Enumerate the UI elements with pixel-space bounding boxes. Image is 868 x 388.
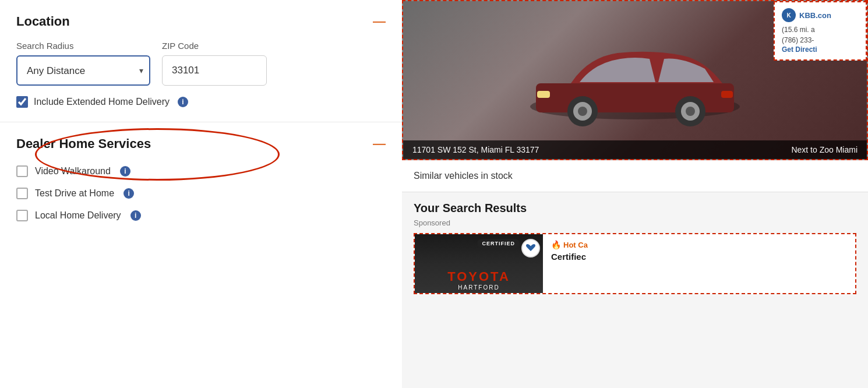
svg-point-4: [578, 107, 587, 116]
heart-badge: [521, 239, 540, 258]
similar-vehicles-bar: Similar vehicles in stock: [402, 160, 868, 192]
local-home-delivery-label: Local Home Delivery: [35, 210, 121, 221]
location-title: Location: [16, 14, 70, 29]
kbb-header: K KBB.con: [782, 8, 859, 22]
test-drive-label: Test Drive at Home: [35, 188, 114, 199]
dealer-section: Dealer Home Services — Video Walkaround …: [0, 122, 402, 246]
car-nearby: Next to Zoo Miami: [791, 145, 858, 154]
toyota-logo-text: TOYOTA: [447, 269, 510, 284]
kbb-panel: K KBB.con (15.6 mi. a (786) 233- Get Dir…: [774, 1, 867, 61]
local-home-delivery-info-icon[interactable]: i: [130, 210, 141, 221]
car-image-container: 11701 SW 152 St, Miami FL 33177 Next to …: [402, 0, 868, 160]
svg-rect-9: [721, 91, 733, 98]
test-drive-info-icon[interactable]: i: [124, 188, 134, 199]
sponsored-card-info: 🔥 Hot Ca Certifiec: [543, 234, 855, 293]
zip-code-label: ZIP Code: [162, 41, 267, 51]
hartford-label: HARTFORD: [458, 284, 499, 291]
kbb-phone[interactable]: (786) 233-: [782, 35, 859, 45]
car-silhouette-svg: [513, 31, 757, 130]
search-radius-group: Search Radius Any Distance 10 miles 25 m…: [16, 41, 150, 86]
video-walkaround-info-icon[interactable]: i: [120, 166, 130, 177]
search-results-section: Your Search Results Sponsored CERTIFIED …: [402, 192, 868, 299]
hot-car-text: Hot Ca: [563, 241, 588, 249]
search-radius-label: Search Radius: [16, 41, 150, 51]
dealer-section-header: Dealer Home Services —: [16, 136, 386, 151]
location-form-row: Search Radius Any Distance 10 miles 25 m…: [16, 41, 386, 86]
zip-code-input[interactable]: [162, 55, 267, 86]
search-radius-select[interactable]: Any Distance 10 miles 25 miles 50 miles …: [16, 55, 150, 86]
get-directions-link[interactable]: Get Directi: [782, 45, 859, 54]
car-address: 11701 SW 152 St, Miami FL 33177: [412, 145, 539, 154]
kbb-badge-icon: K: [782, 8, 796, 22]
extended-delivery-checkbox[interactable]: [16, 96, 28, 108]
test-drive-checkbox[interactable]: [16, 188, 28, 199]
local-home-delivery-option: Local Home Delivery i: [16, 210, 386, 221]
card-title: Certifiec: [551, 252, 847, 262]
extended-delivery-row: Include Extended Home Delivery i: [16, 96, 386, 108]
similar-vehicles-text: Similar vehicles in stock: [414, 171, 513, 181]
zip-code-group: ZIP Code: [162, 41, 267, 86]
search-radius-wrapper: Any Distance 10 miles 25 miles 50 miles …: [16, 55, 150, 86]
certified-text: CERTIFIED: [482, 241, 515, 246]
kbb-distance: (15.6 mi. a: [782, 24, 859, 35]
heart-icon: [526, 244, 535, 252]
video-walkaround-option: Video Walkaround i: [16, 165, 386, 177]
certified-badge: CERTIFIED: [477, 239, 520, 248]
dealer-section-title: Dealer Home Services: [16, 136, 151, 151]
search-results-title: Your Search Results: [414, 202, 856, 215]
sponsored-card[interactable]: CERTIFIED TOYOTA HARTFORD 🔥 Hot Ca Certi…: [414, 233, 856, 294]
sponsored-label: Sponsored: [414, 218, 856, 227]
video-walkaround-label: Video Walkaround: [35, 166, 111, 177]
test-drive-option: Test Drive at Home i: [16, 188, 386, 199]
location-collapse-icon[interactable]: —: [373, 14, 386, 29]
extended-delivery-info-icon[interactable]: i: [178, 97, 188, 107]
svg-rect-8: [537, 91, 550, 98]
flame-icon: 🔥: [551, 240, 561, 249]
svg-point-7: [686, 107, 695, 116]
sponsored-car-image: CERTIFIED TOYOTA HARTFORD: [415, 234, 543, 294]
local-home-delivery-checkbox[interactable]: [16, 210, 28, 221]
location-header: Location —: [16, 14, 386, 29]
hot-car-badge: 🔥 Hot Ca: [551, 240, 847, 249]
address-bar: 11701 SW 152 St, Miami FL 33177 Next to …: [403, 140, 867, 159]
extended-delivery-label: Include Extended Home Delivery: [34, 97, 170, 107]
main-content: 11701 SW 152 St, Miami FL 33177 Next to …: [402, 0, 868, 388]
video-walkaround-checkbox[interactable]: [16, 165, 28, 177]
dealer-collapse-icon[interactable]: —: [373, 136, 386, 151]
kbb-brand[interactable]: KBB.con: [799, 11, 831, 20]
sidebar: Location — Search Radius Any Distance 10…: [0, 0, 402, 388]
location-section: Location — Search Radius Any Distance 10…: [0, 0, 402, 122]
